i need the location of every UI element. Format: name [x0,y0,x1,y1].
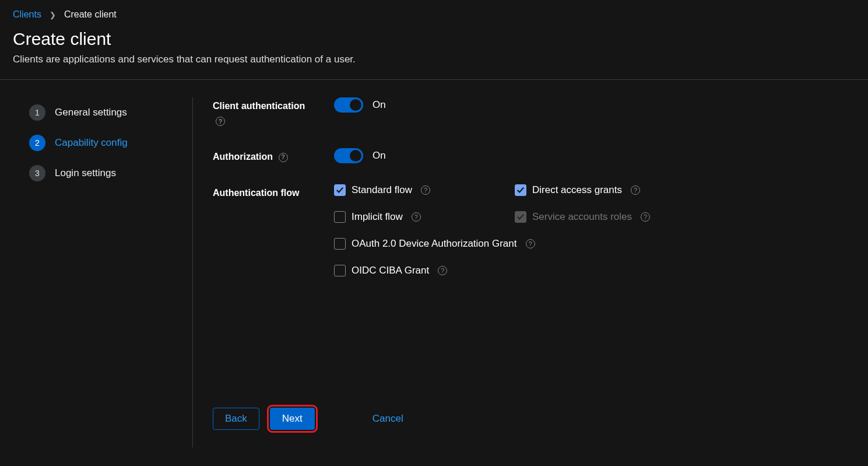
page-title: Create client [13,29,855,49]
help-icon[interactable]: ? [216,117,225,126]
step-label: General settings [55,107,127,118]
checkbox-checked-icon[interactable] [515,184,526,196]
oauth-device-grant-label: OAuth 2.0 Device Authorization Grant [352,238,517,250]
wizard-step-general-settings[interactable]: 1 General settings [29,97,182,128]
client-authentication-state: On [372,99,386,111]
checkbox-icon[interactable] [334,265,346,276]
step-label: Login settings [55,167,116,179]
checkbox-icon[interactable] [334,238,346,250]
wizard-step-login-settings[interactable]: 3 Login settings [29,158,182,188]
oauth-device-grant-option[interactable]: OAuth 2.0 Device Authorization Grant ? [334,238,650,250]
breadcrumb-link-clients[interactable]: Clients [13,9,41,20]
service-accounts-roles-label: Service accounts roles [532,211,632,223]
service-accounts-roles-option: Service accounts roles ? [515,211,650,223]
implicit-flow-label: Implicit flow [352,211,403,223]
toggle-knob-icon [350,150,361,162]
help-icon[interactable]: ? [412,212,421,222]
authorization-state: On [372,150,386,162]
client-authentication-label: Client authentication [213,101,305,111]
help-icon[interactable]: ? [279,153,288,162]
direct-access-grants-label: Direct access grants [532,184,622,196]
client-authentication-toggle[interactable] [334,97,363,113]
step-number-icon: 2 [29,135,45,151]
help-icon[interactable]: ? [631,185,640,195]
help-icon[interactable]: ? [641,212,650,222]
form-area: Client authentication ? On Authorization… [193,97,868,447]
back-button[interactable]: Back [213,408,259,430]
checkbox-checked-icon[interactable] [334,184,346,196]
help-icon[interactable]: ? [526,239,535,248]
breadcrumb: Clients ❯ Create client [0,0,868,24]
breadcrumb-current: Create client [64,9,117,20]
oidc-ciba-grant-option[interactable]: OIDC CIBA Grant ? [334,265,650,276]
authorization-toggle[interactable] [334,148,363,163]
standard-flow-option[interactable]: Standard flow ? [334,184,509,196]
wizard-nav: 1 General settings 2 Capability config 3… [0,97,193,447]
authentication-flow-label: Authentication flow [213,188,299,198]
page-header: Create client Clients are applications a… [0,24,868,79]
step-number-icon: 3 [29,165,45,181]
wizard-footer: Back Next Cancel [213,394,845,447]
page-subtitle: Clients are applications and services th… [13,54,855,65]
cancel-button[interactable]: Cancel [360,408,416,430]
next-button[interactable]: Next [270,408,315,430]
oidc-ciba-grant-label: OIDC CIBA Grant [352,265,429,276]
checkbox-icon[interactable] [334,211,346,223]
step-label: Capability config [55,137,128,149]
help-icon[interactable]: ? [421,185,430,195]
step-number-icon: 1 [29,104,45,121]
implicit-flow-option[interactable]: Implicit flow ? [334,211,509,223]
direct-access-grants-option[interactable]: Direct access grants ? [515,184,650,196]
help-icon[interactable]: ? [438,266,447,275]
chevron-right-icon: ❯ [50,10,56,19]
toggle-knob-icon [350,99,361,111]
standard-flow-label: Standard flow [352,184,412,196]
authorization-label: Authorization [213,152,273,162]
checkbox-disabled-checked-icon [515,211,526,223]
wizard-step-capability-config[interactable]: 2 Capability config [29,128,182,158]
